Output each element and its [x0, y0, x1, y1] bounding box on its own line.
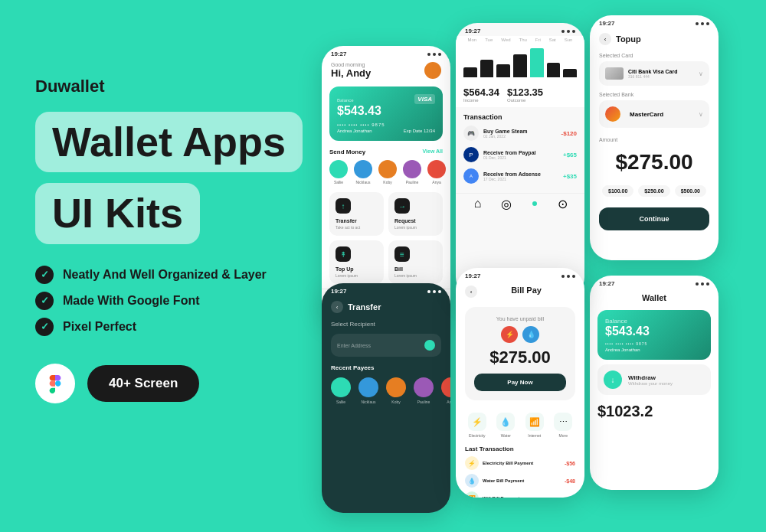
chart-bar-active [530, 48, 544, 77]
continue-button[interactable]: Continue [599, 207, 709, 230]
pay-now-button[interactable]: Pay Now [474, 374, 566, 391]
card-selection: Selected Card Citi Bank Visa Card 316 81… [590, 50, 719, 137]
topup-action[interactable]: ↟ Top Up Lorem ipsum [329, 240, 384, 284]
features-list: Neatly And Well Organized & Layer Made W… [35, 266, 326, 336]
bill-pay-header: ‹ Bill Pay [456, 281, 584, 299]
bottom-row: 40+ Screen [35, 364, 326, 403]
chart-bar [496, 64, 510, 77]
status-bar-2: 19:27 [456, 23, 584, 36]
transfer-action[interactable]: ↑ Transfer Take act to act [329, 192, 384, 236]
contacts-list: Sallie Nicklaus Koby Pauline [329, 160, 443, 184]
bill-transaction-2: 💧 Water Bill Payment -$48 [465, 474, 575, 488]
chart-bar [563, 69, 577, 77]
quick-actions-grid: ↑ Transfer Take act to act → Request Lor… [322, 188, 450, 289]
payee-item: Nicklaus [358, 377, 378, 404]
back-button[interactable]: ‹ [599, 33, 611, 45]
water-service[interactable]: 💧 Water [494, 413, 519, 438]
send-money-section: Send Money View All Sallie Nicklaus Koby [322, 145, 450, 188]
battery-icon [438, 53, 441, 56]
check-icon-3 [35, 318, 54, 336]
water-txn-icon: 💧 [465, 474, 479, 488]
phone-transfer: 19:27 ‹ Transfer Select Recipient Enter … [322, 283, 450, 513]
phone-bill-pay: 19:27 ‹ Bill Pay You have unpaid bill ⚡ … [456, 268, 584, 498]
back-button[interactable]: ‹ [331, 301, 343, 313]
back-button[interactable]: ‹ [465, 286, 477, 298]
chevron-down-icon: ∨ [699, 70, 703, 77]
payee-avatar [441, 377, 450, 397]
quick-amount-100[interactable]: $100.00 [602, 185, 633, 197]
status-bar-4: 19:27 [322, 283, 450, 296]
bill-icon: ≡ [394, 246, 410, 262]
topup-header: ‹ Topup [590, 28, 719, 50]
phone-topup: 19:27 ‹ Topup Selected Card Citi Bank [590, 15, 719, 260]
contact-item: Pauline [403, 160, 421, 184]
quick-amount-buttons: $100.00 $250.00 $500.00 [590, 182, 719, 200]
quick-amount-500[interactable]: $500.00 [675, 185, 706, 197]
adsense-icon: A [463, 168, 479, 184]
nav-history-2[interactable] [529, 198, 540, 209]
payee-item: Pauline [414, 377, 434, 404]
bottom-nav-2: ⌂ ◎ ⊙ [456, 193, 584, 214]
check-icon-1 [35, 266, 54, 284]
more-icon: ⋯ [554, 413, 572, 431]
payee-item: Koby [386, 377, 406, 404]
amount-display: $275.00 [590, 142, 719, 182]
headline-line2: UI Kits [52, 191, 183, 236]
services-grid: ⚡ Electricity 💧 Water 📶 Internet ⋯ More [456, 408, 584, 442]
headline-line1: Wallet Apps [52, 119, 286, 165]
bank-selector[interactable]: MasterCard ∨ [599, 100, 709, 128]
electricity-service[interactable]: ⚡ Electricity [465, 413, 489, 438]
internet-service[interactable]: 📶 Internet [522, 413, 547, 438]
transfer-icon: ↑ [336, 198, 351, 214]
request-action[interactable]: → Request Lorem ipsum [388, 192, 443, 236]
transaction-item: P Receive from Paypal 01 Dec, 2021 +$65 [463, 147, 577, 162]
main-background: Duwallet Wallet Apps UI Kits Neatly And … [0, 0, 766, 532]
more-service[interactable]: ⋯ More [552, 413, 576, 438]
chevron-down-icon: ∨ [699, 111, 703, 118]
payee-avatar [386, 377, 406, 397]
chart-bar [480, 60, 494, 77]
request-icon: → [394, 198, 410, 214]
transfer-header: ‹ Transfer [322, 296, 450, 318]
withdraw-option[interactable]: ↓ Withdraw Withdraw your money [597, 364, 711, 395]
address-input[interactable]: Enter Address [331, 334, 441, 357]
phone-wallet: 19:27 Wallet Balance $543.43 •••• •••• •… [590, 276, 719, 490]
bill-icon-2: 💧 [522, 326, 539, 343]
user-avatar [424, 62, 441, 79]
income-stat: $564.34 Income [463, 86, 499, 103]
bill-action[interactable]: ≡ Bill Lorem ipsum [388, 240, 443, 284]
nav-send-2[interactable]: ◎ [501, 198, 512, 209]
phones-container: 19:27 Good morning Hi, Andy Balance VISA [314, 8, 766, 528]
headline-box-1: Wallet Apps [35, 112, 303, 172]
payee-avatar [414, 377, 434, 397]
quick-amount-250[interactable]: $250.00 [638, 185, 669, 197]
chart-bar [463, 67, 477, 77]
home-header: Good morning Hi, Andy [322, 59, 450, 82]
wifi-icon: 📶 [525, 413, 544, 431]
bill-icon-1: ⚡ [501, 326, 518, 343]
contact-avatar [427, 160, 446, 178]
chart-bar [513, 54, 527, 77]
feature-item-3: Pixel Perfect [35, 318, 326, 336]
nav-profile-2[interactable]: ⊙ [558, 198, 568, 209]
contact-avatar [403, 160, 421, 178]
transaction-item: 🎮 Buy Game Steam 02 Jan, 2022 -$120 [463, 126, 577, 141]
wifi-icon [433, 53, 436, 56]
screen-count-button[interactable]: 40+ Screen [87, 365, 199, 402]
wifi-txn-icon: 📶 [465, 491, 479, 498]
contact-avatar [378, 160, 397, 178]
transaction-item: A Receive from Adsense 17 Dec, 2021 +$35 [463, 168, 577, 184]
payee-avatar [331, 377, 351, 397]
contact-item: Sallie [329, 160, 348, 184]
payee-avatar [358, 377, 378, 397]
nav-home-2[interactable]: ⌂ [473, 198, 483, 209]
feature-item-2: Made With Google Font [35, 292, 326, 310]
steam-icon: 🎮 [463, 126, 479, 141]
input-action-icon [424, 340, 435, 351]
credit-card: Balance VISA $543.43 •••• •••• •••• 9875… [329, 86, 443, 141]
large-balance-display: $1023.2 [590, 400, 719, 423]
card-selector[interactable]: Citi Bank Visa Card 316 811 444 ∨ [599, 61, 709, 86]
feature-item-1: Neatly And Well Organized & Layer [35, 266, 326, 284]
figma-logo [35, 364, 75, 403]
status-bar-6: 19:27 [590, 276, 719, 289]
